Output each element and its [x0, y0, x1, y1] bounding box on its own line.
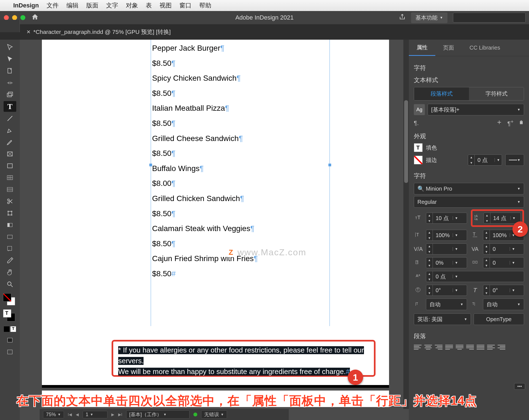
grid-tool[interactable]: [4, 172, 16, 183]
pilcrow-menu[interactable]: ¶.: [414, 120, 419, 127]
justify-right-button[interactable]: [466, 343, 474, 351]
menu-view[interactable]: 视图: [160, 1, 172, 10]
page-number-field[interactable]: 1▼: [83, 411, 107, 418]
font-size-input[interactable]: ▲▼10 点▼: [426, 213, 467, 224]
fill-swatch[interactable]: [414, 143, 423, 152]
stroke-weight-input[interactable]: ▲▼0 点▼: [468, 155, 502, 166]
vertical-scrollbar[interactable]: [403, 40, 409, 409]
close-window-button[interactable]: [4, 15, 9, 20]
zoom-window-button[interactable]: [20, 15, 25, 20]
menu-object[interactable]: 对象: [126, 1, 138, 10]
font-family-select[interactable]: 🔍 Minion Pro▼: [414, 183, 524, 194]
zoom-tool[interactable]: [4, 279, 16, 289]
free-transform-tool[interactable]: [4, 208, 16, 218]
last-page-button[interactable]: ▶I: [118, 412, 122, 417]
align-right-button[interactable]: [435, 343, 442, 351]
rectangle-tool[interactable]: [4, 160, 16, 171]
justify-left-button[interactable]: [445, 343, 453, 351]
align-away-spine-button[interactable]: [498, 343, 505, 351]
minimize-window-button[interactable]: [12, 15, 17, 20]
pen-tool[interactable]: [4, 125, 16, 136]
subtab-character-style[interactable]: 字符样式: [469, 87, 524, 100]
justify-all-button[interactable]: [477, 343, 484, 351]
stroke-type-select[interactable]: ▼: [505, 154, 524, 166]
paragraph-style-select[interactable]: [基本段落]+▼: [428, 104, 524, 115]
close-tab-icon[interactable]: ✕: [26, 29, 31, 35]
kerning-input[interactable]: ▲▼▼: [426, 243, 467, 254]
zoom-level-select[interactable]: 75%▼: [43, 411, 64, 418]
align-center-button[interactable]: [424, 343, 432, 351]
tab-properties[interactable]: 属性: [409, 40, 435, 56]
type-tool[interactable]: T: [4, 101, 16, 112]
leading-input[interactable]: ▲▼14 点▼: [484, 213, 521, 224]
align-left-button[interactable]: [414, 343, 422, 351]
aki-before-select[interactable]: 自动▼: [426, 299, 467, 310]
opentype-button[interactable]: OpenType: [474, 313, 524, 325]
tab-pages[interactable]: 页面: [435, 40, 462, 56]
apply-color-button[interactable]: [4, 326, 9, 332]
note-tool[interactable]: [4, 243, 16, 254]
menubar-appname[interactable]: InDesign: [13, 2, 39, 9]
direct-selection-tool[interactable]: [4, 54, 16, 64]
apply-text-button[interactable]: T: [10, 326, 16, 332]
scissors-tool[interactable]: [4, 196, 16, 207]
selection-handle[interactable]: [328, 164, 331, 166]
text-fill-stroke-swatch[interactable]: T: [3, 309, 17, 323]
document-tab[interactable]: ✕ *Character_paragraph.indd @ 75% [GPU 预…: [26, 28, 171, 36]
pencil-tool[interactable]: [4, 137, 16, 147]
help-search-input[interactable]: [453, 13, 526, 23]
skew-input[interactable]: ▲▼0°▼: [483, 285, 524, 296]
gradient-swatch-tool[interactable]: [4, 220, 16, 230]
view-mode-normal[interactable]: [4, 335, 16, 345]
first-page-button[interactable]: I◀: [68, 412, 72, 417]
aki-input[interactable]: ▲▼0▼: [483, 257, 524, 268]
baseline-shift-input[interactable]: ▲▼0 点▼: [426, 271, 524, 282]
clear-override-icon[interactable]: ¶+: [507, 119, 514, 127]
gap-tool[interactable]: [4, 77, 16, 88]
preflight-status[interactable]: 无错误▼: [201, 410, 227, 419]
document-text[interactable]: Pepper Jack Burger¶ $8.50¶ Spicy Chicken…: [152, 41, 328, 281]
fill-stroke-swatch[interactable]: [3, 293, 17, 307]
home-icon[interactable]: [31, 13, 39, 22]
share-icon[interactable]: [399, 13, 406, 22]
page-tool[interactable]: [4, 66, 16, 76]
rectangle-frame-tool[interactable]: [4, 148, 16, 159]
layer-select[interactable]: [基本]（工作）▼: [126, 410, 190, 419]
footnote-text[interactable]: * If you have allergies or any other foo…: [118, 346, 364, 376]
subtab-paragraph-style[interactable]: 段落样式: [414, 87, 469, 100]
menu-file[interactable]: 文件: [47, 1, 59, 10]
view-mode-preview[interactable]: [4, 346, 16, 357]
horizontal-grid-tool[interactable]: [4, 184, 16, 195]
workspace-selector[interactable]: 基本功能 ▼: [411, 12, 447, 23]
selection-handle[interactable]: [149, 164, 152, 166]
selection-tool[interactable]: [4, 42, 16, 53]
stroke-swatch[interactable]: [414, 156, 423, 164]
more-options-button[interactable]: •••: [514, 383, 525, 390]
hand-tool[interactable]: [4, 267, 16, 278]
content-collector-tool[interactable]: [4, 89, 16, 100]
menu-type[interactable]: 文字: [106, 1, 118, 10]
delete-style-icon[interactable]: [519, 120, 524, 127]
vertical-scale-input[interactable]: ▲▼100%▼: [426, 230, 467, 241]
aki-after-select[interactable]: 自动▼: [483, 299, 524, 310]
font-style-select[interactable]: Regular▼: [414, 196, 524, 208]
new-style-icon[interactable]: [496, 119, 502, 127]
tab-cc-libraries[interactable]: CC Libraries: [462, 40, 508, 56]
menu-layout[interactable]: 版面: [86, 1, 98, 10]
footnote-selection-box[interactable]: * If you have allergies or any other foo…: [112, 340, 376, 377]
eyedropper-tool[interactable]: [4, 255, 16, 266]
language-select[interactable]: 英语: 美国▼: [414, 313, 471, 325]
line-tool[interactable]: [4, 113, 16, 124]
menu-edit[interactable]: 编辑: [66, 1, 79, 10]
gradient-feather-tool[interactable]: [4, 231, 16, 242]
next-page-button[interactable]: ▶: [111, 412, 114, 417]
prev-page-button[interactable]: ◀: [76, 412, 79, 417]
tsume-input[interactable]: ▲▼0%▼: [426, 257, 467, 268]
align-towards-spine-button[interactable]: [487, 343, 495, 351]
tracking-input[interactable]: ▲▼0▼: [483, 243, 524, 254]
menu-table[interactable]: 表: [146, 1, 152, 10]
menu-window[interactable]: 窗口: [179, 1, 191, 10]
menu-help[interactable]: 帮助: [199, 1, 211, 10]
char-rotation-input[interactable]: ▲▼0°▼: [426, 285, 467, 296]
justify-center-button[interactable]: [456, 343, 463, 351]
